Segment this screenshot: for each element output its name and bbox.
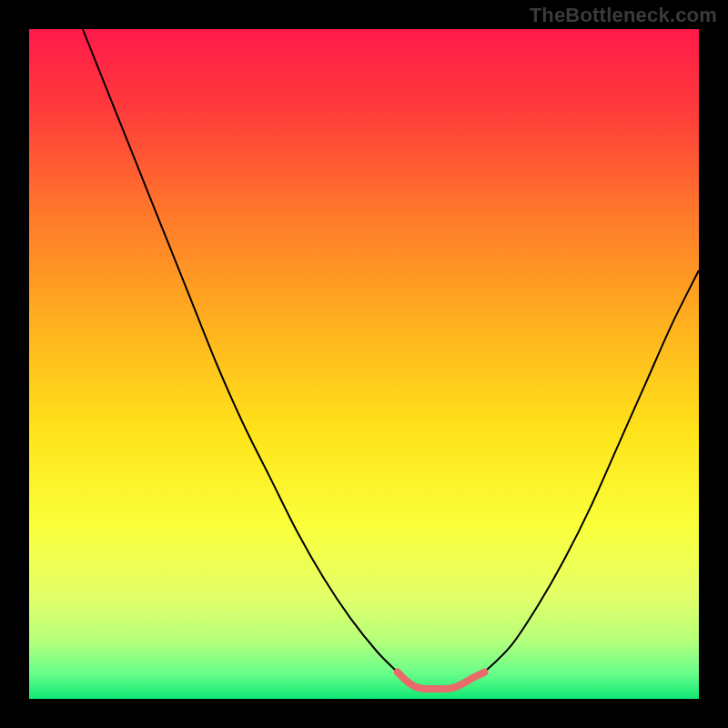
chart-frame: TheBottleneck.com bbox=[0, 0, 728, 728]
series-left-branch bbox=[83, 29, 398, 672]
curve-layer bbox=[29, 29, 699, 699]
series-right-branch bbox=[484, 270, 699, 672]
plot-area bbox=[29, 29, 699, 699]
watermark-text: TheBottleneck.com bbox=[530, 4, 717, 27]
series-valley-highlight bbox=[398, 672, 485, 690]
